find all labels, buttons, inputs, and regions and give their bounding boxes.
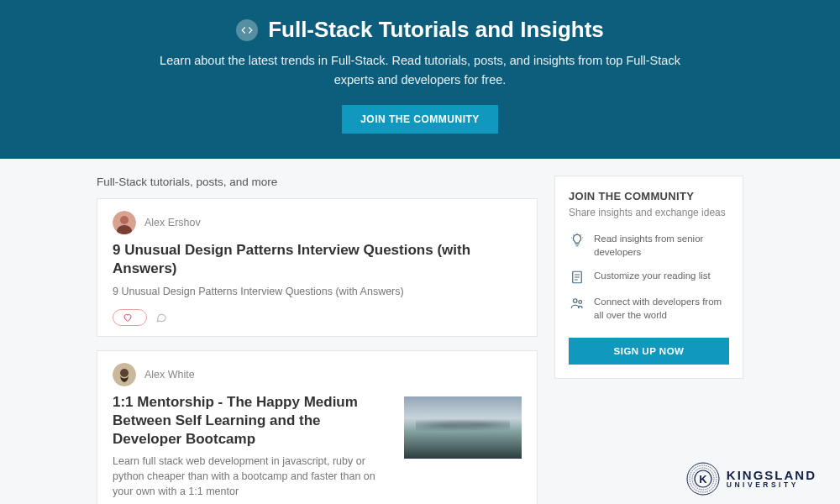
like-button[interactable] xyxy=(113,309,147,326)
sidebar: JOIN THE COMMUNITY Share insights and ex… xyxy=(554,176,743,378)
avatar[interactable] xyxy=(113,211,136,234)
svg-text:K: K xyxy=(699,473,707,486)
join-community-button[interactable]: JOIN THE COMMUNITY xyxy=(342,105,498,134)
sidebar-title: JOIN THE COMMUNITY xyxy=(569,190,729,202)
post-title[interactable]: 1:1 Mentorship - The Happy Medium Betwee… xyxy=(113,393,391,449)
brand-text: KINGSLAND UNIVERSITY xyxy=(727,469,816,489)
sidebar-subtitle: Share insights and exchange ideas xyxy=(569,206,729,220)
hero-subtitle: Learn about the latest trends in Full-St… xyxy=(160,51,680,90)
benefit-text: Read insights from senior developers xyxy=(594,232,729,259)
svg-point-1 xyxy=(120,216,129,224)
svg-point-6 xyxy=(574,299,578,303)
community-card: JOIN THE COMMUNITY Share insights and ex… xyxy=(554,176,743,378)
posts-column: Full-Stack tutorials, posts, and more Al… xyxy=(97,176,538,504)
benefit-item: Customize your reading list xyxy=(569,269,729,285)
benefit-item: Read insights from senior developers xyxy=(569,232,729,259)
svg-point-7 xyxy=(579,301,582,304)
author-name[interactable]: Alex Ershov xyxy=(144,217,201,228)
people-icon xyxy=(569,295,585,311)
author-name[interactable]: Alex White xyxy=(144,369,195,381)
heart-icon xyxy=(123,312,133,323)
comment-button[interactable] xyxy=(155,312,167,323)
hero-title: Full-Stack Tutorials and Insights xyxy=(268,17,604,43)
post-card[interactable]: Alex White 1:1 Mentorship - The Happy Me… xyxy=(97,350,538,504)
brand-badge-icon: K xyxy=(686,462,720,496)
lightbulb-icon xyxy=(569,232,585,248)
post-title[interactable]: 9 Unusual Design Patterns Interview Ques… xyxy=(113,241,522,278)
section-label: Full-Stack tutorials, posts, and more xyxy=(97,176,538,188)
brand-logo[interactable]: K KINGSLAND UNIVERSITY xyxy=(686,462,816,496)
list-icon xyxy=(569,269,585,285)
code-icon xyxy=(236,19,258,41)
benefit-text: Connect with developers from all over th… xyxy=(594,295,729,322)
post-excerpt: Learn full stack web development in java… xyxy=(113,454,391,499)
brand-line2: UNIVERSITY xyxy=(727,481,816,489)
hero-banner: Full-Stack Tutorials and Insights Learn … xyxy=(0,0,840,159)
benefit-text: Customize your reading list xyxy=(594,269,711,282)
svg-point-4 xyxy=(120,369,129,377)
benefit-item: Connect with developers from all over th… xyxy=(569,295,729,322)
post-excerpt: 9 Unusual Design Patterns Interview Ques… xyxy=(113,284,522,299)
sign-up-button[interactable]: SIGN UP NOW xyxy=(569,338,729,365)
post-card[interactable]: Alex Ershov 9 Unusual Design Patterns In… xyxy=(97,198,538,336)
brand-line1: KINGSLAND xyxy=(727,469,816,481)
post-thumbnail[interactable] xyxy=(404,396,522,459)
avatar[interactable] xyxy=(113,363,136,386)
